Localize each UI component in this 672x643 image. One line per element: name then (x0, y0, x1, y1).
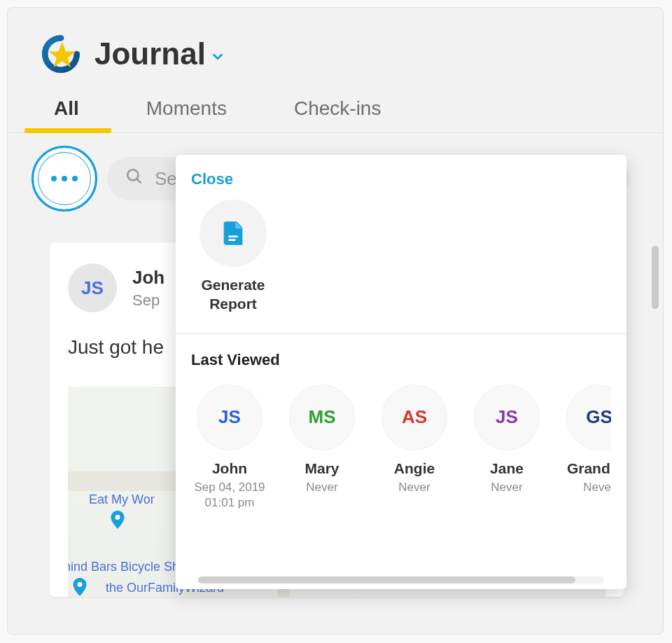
viewer-avatar: MS (289, 385, 355, 450)
popover-scroll-thumb[interactable] (198, 576, 575, 583)
viewer-time: Sep 04, 201901:01 pm (194, 480, 265, 511)
more-actions-button[interactable] (31, 146, 97, 212)
viewer-item[interactable]: MSMaryNever (284, 385, 360, 511)
tab-checkins[interactable]: Check-ins (281, 86, 393, 132)
entry-author-name: Joh (132, 267, 164, 289)
actions-popover: Close GenerateReport Last Viewed JSJohnS… (176, 155, 626, 589)
viewer-avatar: JS (474, 385, 540, 450)
generate-report-button[interactable]: GenerateReport (191, 200, 275, 314)
viewer-name: Mary (304, 460, 339, 477)
map-poi-label: hind Bars Bicycle Shop (68, 560, 193, 574)
title-dropdown-chevron-icon[interactable] (210, 49, 225, 68)
viewer-time: Never (491, 480, 522, 495)
generate-report-label: GenerateReport (201, 275, 265, 314)
map-pin-icon (72, 578, 88, 597)
viewer-avatar: AS (382, 385, 447, 450)
page-title: Journal (94, 36, 206, 71)
svg-rect-6 (228, 239, 235, 241)
last-viewed-title: Last Viewed (191, 351, 611, 369)
svg-line-2 (136, 179, 140, 182)
viewer-name: John (212, 460, 247, 477)
search-icon (125, 167, 144, 191)
entry-date: Sep (132, 291, 164, 310)
author-avatar: JS (68, 263, 117, 312)
header: Journal (8, 8, 663, 86)
tab-all[interactable]: All (41, 86, 92, 132)
map-poi-label: Eat My Wor (89, 492, 155, 507)
viewer-name: Grandma (567, 460, 611, 477)
viewer-item[interactable]: ASAngieNever (376, 385, 453, 511)
svg-rect-5 (228, 235, 237, 237)
app-logo (41, 34, 80, 74)
popover-horizontal-scrollbar[interactable] (198, 576, 604, 583)
viewer-item[interactable]: GSGrandmaNever (561, 385, 611, 511)
popover-close-button[interactable]: Close (176, 155, 626, 195)
viewer-time: Never (306, 480, 337, 495)
app-frame: Journal All Moments Check-ins Se JS (7, 7, 664, 635)
map-pin-icon (110, 511, 125, 532)
viewer-name: Jane (490, 460, 524, 477)
vertical-scrollbar-thumb[interactable] (652, 246, 659, 309)
tab-moments[interactable]: Moments (134, 86, 239, 132)
tabs-bar: All Moments Check-ins (8, 86, 663, 133)
popover-actions-section: GenerateReport (176, 195, 626, 333)
viewer-item[interactable]: JSJaneNever (468, 385, 545, 511)
svg-point-3 (115, 515, 120, 520)
more-dots-icon (51, 176, 78, 181)
viewers-row[interactable]: JSJohnSep 04, 201901:01 pmMSMaryNeverASA… (191, 385, 611, 523)
viewer-avatar: GS (566, 385, 611, 450)
viewer-avatar: JS (197, 385, 262, 450)
viewer-time: Never (583, 480, 611, 495)
svg-point-4 (78, 582, 83, 587)
last-viewed-section: Last Viewed JSJohnSep 04, 201901:01 pmMS… (176, 334, 626, 589)
search-placeholder: Se (155, 168, 177, 190)
viewer-item[interactable]: JSJohnSep 04, 201901:01 pm (191, 385, 268, 511)
viewer-name: Angie (394, 460, 435, 477)
viewer-time: Never (398, 480, 430, 495)
report-icon (200, 200, 267, 267)
